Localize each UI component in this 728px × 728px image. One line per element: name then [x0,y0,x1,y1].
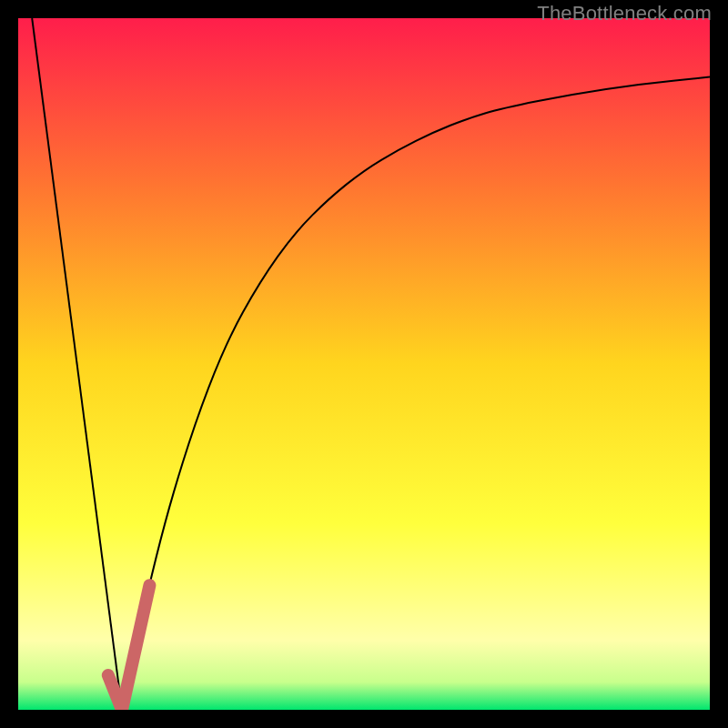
chart-frame: TheBottleneck.com [0,0,728,728]
watermark-text: TheBottleneck.com [537,2,712,25]
bottleneck-chart [18,18,710,710]
gradient-background [18,18,710,710]
